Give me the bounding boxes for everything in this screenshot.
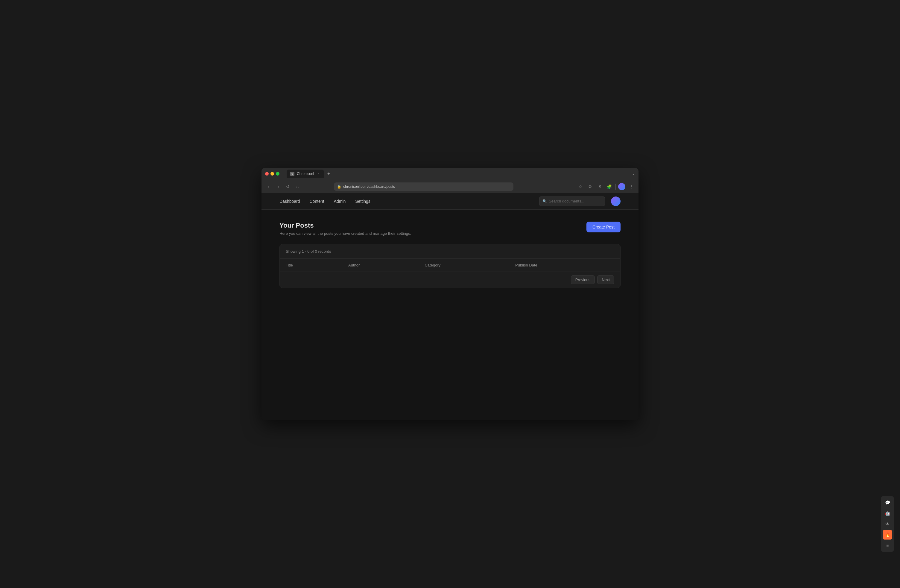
close-button[interactable] — [265, 172, 269, 176]
col-publish-date: Publish Date — [509, 259, 620, 272]
posts-table: Title Author Category Publish Date — [280, 259, 620, 272]
user-avatar[interactable] — [611, 197, 621, 206]
forward-button[interactable]: › — [275, 183, 282, 190]
url-text: chroniconl.com/dashboard/posts — [343, 184, 395, 189]
browser-actions: ☆ ⚙ S 🧩 ⋮ — [577, 183, 635, 190]
menu-icon[interactable]: ⋮ — [628, 183, 635, 190]
col-title: Title — [280, 259, 342, 272]
app-content: Dashboard Content Admin Settings 🔍 Searc… — [262, 193, 638, 420]
table-info: Showing 1 - 0 of 0 records — [280, 244, 620, 259]
nav-admin[interactable]: Admin — [334, 199, 346, 204]
extensions-icon[interactable]: ⚙ — [587, 183, 594, 190]
page-subtitle: Here you can view all the posts you have… — [279, 231, 411, 236]
main-content: Your Posts Here you can view all the pos… — [262, 210, 638, 300]
title-bar: C Chroniconl × + ⌄ — [262, 168, 638, 180]
page-header: Your Posts Here you can view all the pos… — [279, 221, 621, 236]
window-expand-button[interactable]: ⌄ — [632, 172, 635, 176]
refresh-button[interactable]: ↺ — [284, 183, 292, 190]
maximize-button[interactable] — [276, 172, 279, 176]
home-button[interactable]: ⌂ — [294, 183, 301, 190]
url-lock-icon: 🔒 — [337, 184, 341, 189]
bookmark-icon[interactable]: ☆ — [577, 183, 584, 190]
search-icon: 🔍 — [542, 199, 547, 203]
nav-content[interactable]: Content — [310, 199, 324, 204]
chat-icon-btn[interactable]: 💬 — [883, 498, 892, 507]
nav-dashboard[interactable]: Dashboard — [279, 199, 300, 204]
side-panel: 💬 🤖 👁 🔥 ≡ — [881, 496, 894, 552]
page-title: Your Posts — [279, 221, 411, 229]
back-button[interactable]: ‹ — [265, 183, 272, 190]
col-author: Author — [342, 259, 419, 272]
tab-title: Chroniconl — [297, 172, 314, 176]
active-tab[interactable]: C Chroniconl × — [287, 170, 324, 178]
tab-close-button[interactable]: × — [316, 172, 320, 176]
search-box[interactable]: 🔍 Search documents... — [539, 197, 605, 206]
tab-favicon: C — [290, 172, 295, 176]
url-bar[interactable]: 🔒 chroniconl.com/dashboard/posts — [334, 183, 514, 191]
fire-icon-btn[interactable]: 🔥 — [883, 530, 892, 540]
create-post-button[interactable]: Create Post — [587, 221, 621, 232]
table-header: Title Author Category Publish Date — [280, 259, 620, 272]
tab-bar: C Chroniconl × + — [287, 170, 332, 178]
next-button[interactable]: Next — [597, 275, 614, 284]
list-icon-btn[interactable]: ≡ — [883, 541, 892, 550]
nav-search-area: 🔍 Search documents... — [539, 197, 621, 206]
new-tab-button[interactable]: + — [324, 170, 332, 178]
address-bar: ‹ › ↺ ⌂ 🔒 chroniconl.com/dashboard/posts… — [262, 180, 638, 193]
wallet-icon[interactable]: S — [596, 183, 604, 190]
traffic-lights — [265, 172, 279, 176]
browser-window: C Chroniconl × + ⌄ ‹ › ↺ ⌂ 🔒 chroniconl.… — [262, 168, 638, 420]
eye-icon-btn[interactable]: 👁 — [883, 519, 892, 529]
previous-button[interactable]: Previous — [571, 275, 595, 284]
bot-icon-btn[interactable]: 🤖 — [883, 508, 892, 518]
col-category: Category — [419, 259, 509, 272]
table-header-row: Title Author Category Publish Date — [280, 259, 620, 272]
table-container: Showing 1 - 0 of 0 records Title Author … — [279, 244, 621, 288]
nav-settings[interactable]: Settings — [355, 199, 371, 204]
minimize-button[interactable] — [270, 172, 274, 176]
app-nav: Dashboard Content Admin Settings 🔍 Searc… — [262, 193, 638, 210]
page-header-text: Your Posts Here you can view all the pos… — [279, 221, 411, 236]
puzzle-icon[interactable]: 🧩 — [606, 183, 613, 190]
search-placeholder: Search documents... — [549, 199, 584, 203]
browser-profile-avatar[interactable] — [618, 183, 625, 190]
table-footer: Previous Next — [280, 272, 620, 288]
